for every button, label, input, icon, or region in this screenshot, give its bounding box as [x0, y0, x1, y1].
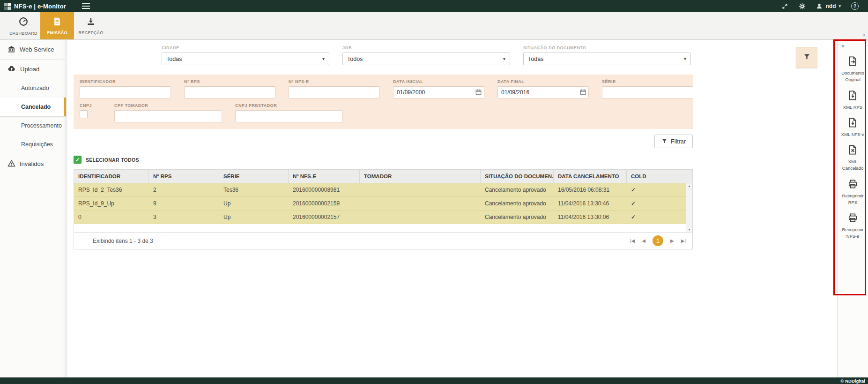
settings-gears-icon[interactable]	[799, 3, 806, 10]
top-bar: NFS-e | e-Monitor	[0, 0, 868, 12]
last-page-icon[interactable]: ▶|	[681, 238, 686, 243]
calendar-icon[interactable]	[579, 89, 586, 96]
column-header-tomador[interactable]: TOMADOR	[360, 170, 481, 183]
tab-emissao[interactable]: EMISSÃO	[40, 12, 74, 39]
column-header-serie[interactable]: SÉRIE	[219, 170, 289, 183]
select-all-label: SELECIONAR TODOS	[86, 157, 139, 163]
calendar-icon[interactable]	[475, 89, 482, 96]
action-documento-original[interactable]: DocumentoOriginal	[841, 56, 864, 83]
help-icon[interactable]: ?	[851, 2, 859, 10]
n-nfse-input[interactable]	[289, 86, 380, 98]
sidebar-item-label: Inválidos	[20, 160, 44, 167]
copyright-label: © NDDigital	[841, 378, 865, 384]
cell-situacao: Cancelamento aprovado	[481, 211, 554, 224]
filtrar-button[interactable]: Filtrar	[654, 135, 693, 148]
action-label: ReimprimirRPS	[842, 193, 864, 206]
situacao-label: SITUAÇÃO DO DOCUMENTO	[523, 45, 691, 50]
printer-icon	[847, 212, 858, 225]
scroll-down-icon[interactable]: ▼	[688, 228, 691, 231]
download-tray-icon	[86, 17, 96, 28]
job-select[interactable]: Todos ▾	[342, 53, 510, 65]
cnpj-prestador-input[interactable]	[235, 110, 343, 122]
table-row[interactable]: 0 3 Up 201600000002157 Cancelamento apro…	[74, 211, 692, 224]
user-menu[interactable]: ndd ▾	[816, 3, 841, 9]
cell-data-cancelamento: 11/04/2016 13:30:06	[554, 211, 627, 224]
topbar-actions: ndd ▾ ?	[781, 2, 864, 10]
filter-panel: IDENTIFICADOR N° RPS N° NFS-E DATA INICI…	[74, 75, 693, 129]
tab-dashboard[interactable]: DASHBOARD	[7, 12, 40, 39]
cidade-label: CIDADE	[162, 45, 329, 50]
column-header-rps[interactable]: Nº RPS	[149, 170, 219, 183]
sidebar-item-invalidos[interactable]: Inválidos	[0, 154, 66, 173]
table-row[interactable]: RPS_Id_9_Up 9 Up 201600000002159 Cancela…	[74, 197, 692, 211]
cnpj-checkbox[interactable]	[80, 110, 88, 118]
serie-input[interactable]	[602, 86, 693, 98]
sidebar-item-upload[interactable]: Upload	[0, 60, 66, 79]
sidebar-item-cancelado[interactable]: Cancelado	[0, 98, 66, 116]
current-page-badge[interactable]: 1	[653, 235, 663, 246]
dropdown-filter-row: CIDADE Todas ▾ JOB Todos ▾ SITUAÇÃO DO D…	[74, 45, 837, 68]
chevron-down-icon: ▾	[503, 56, 505, 61]
situacao-select[interactable]: Todas ▾	[523, 53, 691, 65]
paging-info: Exibindo itens 1 - 3 de 3	[93, 238, 153, 244]
column-header-data-cancelamento[interactable]: DATA CANCELAMENTO	[554, 170, 627, 183]
column-header-cold[interactable]: COLD	[627, 170, 692, 183]
sidebar-item-web-service[interactable]: Web Service	[0, 40, 66, 59]
tab-label: RECEPÇÃO	[79, 30, 104, 35]
cell-identificador: 0	[74, 211, 149, 224]
toolbar-collapse-icon[interactable]: »	[861, 34, 867, 37]
bank-icon	[7, 45, 15, 54]
cell-serie: Up	[219, 211, 289, 224]
action-reimprimir-nfse[interactable]: ReimprimirNFS-e	[842, 212, 864, 240]
job-label: JOB	[342, 45, 510, 50]
action-xml-rps[interactable]: XML RPS	[843, 90, 862, 111]
cell-nfse: 201600000002157	[289, 211, 360, 224]
sidebar: Web Service Upload Autorizado Cancelado …	[0, 40, 67, 377]
xml-download-icon	[847, 117, 858, 130]
table-row[interactable]: RPS_Id_2_Tes36 2 Tes36 201600000008981 C…	[74, 183, 692, 197]
collapse-panel-icon[interactable]: »	[838, 42, 845, 49]
identificador-label: IDENTIFICADOR	[80, 79, 171, 84]
n-rps-input[interactable]	[184, 86, 275, 98]
cnpj-label: CNPJ	[80, 103, 92, 108]
data-inicial-input[interactable]	[393, 86, 484, 98]
tab-recepcao[interactable]: RECEPÇÃO	[74, 12, 108, 39]
sidebar-item-label: Upload	[20, 66, 39, 73]
sidebar-subitem-label: Processamento	[21, 122, 62, 129]
action-label: XML RPS	[843, 104, 862, 111]
warning-triangle-icon	[7, 159, 15, 169]
action-xml-cancelado[interactable]: XMLCancelado	[842, 144, 863, 172]
next-page-icon[interactable]: ▶	[670, 238, 674, 243]
table-header-row: IDENTIFICADOR Nº RPS SÉRIE Nº NFS-E TOMA…	[74, 170, 692, 183]
data-final-input[interactable]	[497, 86, 589, 98]
cell-situacao: Cancelamento aprovado	[481, 197, 554, 210]
cpf-tomador-input[interactable]	[114, 110, 222, 122]
column-header-situacao[interactable]: SITUAÇÃO DO DOCUMEN...	[481, 170, 554, 183]
table-scrollbar[interactable]: ▲ ▼	[686, 183, 692, 232]
cidade-select[interactable]: Todas ▾	[162, 53, 329, 65]
scroll-up-icon[interactable]: ▲	[688, 184, 691, 188]
sidebar-item-requisicoes[interactable]: Requisições	[0, 135, 66, 154]
first-page-icon[interactable]: |◀	[630, 238, 635, 243]
prev-page-icon[interactable]: ◀	[642, 238, 645, 243]
select-all-checkbox[interactable]: ✓	[74, 156, 82, 164]
cell-identificador: RPS_Id_2_Tes36	[74, 183, 149, 196]
pagination: |◀ ◀ 1 ▶ ▶|	[630, 235, 686, 246]
cpf-tomador-label: CPF TOMADOR	[114, 103, 222, 108]
sidebar-subitem-label: Cancelado	[21, 104, 51, 110]
results-table: IDENTIFICADOR Nº RPS SÉRIE Nº NFS-E TOMA…	[74, 169, 693, 249]
xml-cancel-icon	[847, 144, 858, 157]
action-xml-nfse[interactable]: XML NFS-e	[841, 117, 864, 138]
fullscreen-icon[interactable]	[781, 3, 788, 10]
table-body: RPS_Id_2_Tes36 2 Tes36 201600000008981 C…	[74, 183, 692, 232]
column-header-nfse[interactable]: Nº NFS-E	[289, 170, 360, 183]
action-reimprimir-rps[interactable]: ReimprimirRPS	[842, 179, 864, 206]
cell-rps: 2	[149, 183, 219, 196]
menu-hamburger-icon[interactable]	[82, 3, 90, 9]
column-header-identificador[interactable]: IDENTIFICADOR	[74, 170, 149, 183]
sidebar-item-processamento[interactable]: Processamento	[0, 116, 66, 135]
toggle-filter-panel-button[interactable]	[796, 47, 817, 68]
cell-rps: 9	[149, 197, 219, 210]
identificador-input[interactable]	[80, 86, 171, 98]
sidebar-item-autorizado[interactable]: Autorizado	[0, 79, 66, 98]
